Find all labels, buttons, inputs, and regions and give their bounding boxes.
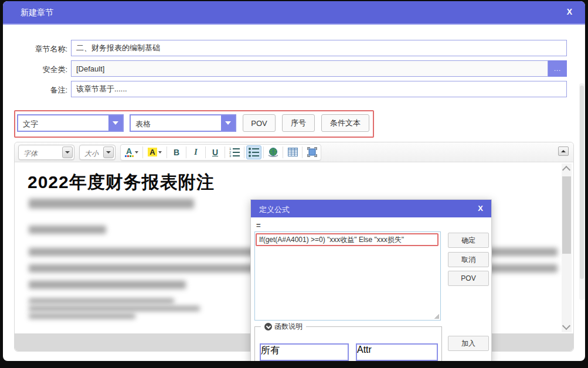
chapter-name-input[interactable] [71, 40, 567, 56]
font-size-dropdown[interactable]: 大小 [79, 145, 115, 160]
editor-toolbar: 字体 大小 A [15, 142, 573, 162]
redacted-paragraph-line [29, 281, 186, 289]
formula-highlight-box: If(get(A#A4001) >=0) "xxx收益" Else "xxx损失… [256, 233, 439, 246]
function-name-value: Attr [357, 345, 372, 360]
function-category-value: 所有 [261, 345, 280, 360]
collapse-circle-icon[interactable] [264, 323, 272, 330]
redacted-small-line [29, 314, 135, 319]
equals-label: = [256, 221, 261, 230]
remark-label: 备注: [9, 85, 67, 96]
text-type-dropdown[interactable]: 文字 [17, 114, 124, 132]
redacted-heading [29, 226, 106, 234]
close-icon[interactable]: X [478, 204, 483, 213]
function-help-legend: 函数说明 [261, 322, 306, 332]
pov-button[interactable]: POV [243, 114, 276, 132]
highlight-icon: A [148, 148, 157, 156]
security-class-browse-button[interactable]: ... [548, 60, 567, 77]
font-size-dropdown-value: 大小 [80, 145, 102, 159]
maximize-button[interactable] [304, 145, 320, 159]
chevron-down-icon[interactable] [108, 115, 123, 131]
scroll-up-icon[interactable] [562, 166, 570, 174]
define-formula-dialog: 定义公式 X = If(get(A#A4001) >=0) "xxx收益" El… [250, 199, 492, 361]
editor-scrollbar-thumb[interactable] [562, 176, 571, 254]
function-name-dropdown[interactable]: Attr [356, 343, 438, 361]
document-title: 2022年度财务报表附注 [28, 171, 215, 195]
chevron-down-icon[interactable] [62, 146, 73, 158]
formula-dialog-titlebar: 定义公式 X [251, 200, 491, 217]
dialog-titlebar: 新建章节 X [3, 1, 585, 25]
formula-dialog-title: 定义公式 [259, 205, 290, 215]
underline-icon: U [212, 148, 218, 157]
font-family-dropdown[interactable]: 字体 [18, 145, 74, 160]
bullet-list-button[interactable] [246, 145, 261, 159]
formula-ok-button[interactable]: 确定 [448, 233, 489, 248]
dialog-scrollbar-thumb[interactable] [580, 86, 584, 279]
editor-scrollbar[interactable] [562, 163, 572, 332]
resize-handle[interactable] [434, 314, 439, 319]
ordered-list-button[interactable]: 1 2 3 [227, 145, 242, 159]
redacted-small-line [29, 298, 174, 304]
table-type-dropdown[interactable]: 表格 [130, 114, 236, 132]
italic-button[interactable]: I [188, 145, 203, 159]
font-family-dropdown-value: 字体 [19, 145, 41, 159]
redacted-company-name [29, 199, 194, 209]
text-type-dropdown-value: 文字 [18, 115, 108, 131]
dialog-title: 新建章节 [21, 8, 53, 18]
format-button-group: A A B I [120, 144, 321, 161]
italic-icon: I [194, 148, 197, 157]
insert-link-button[interactable] [266, 145, 281, 159]
bold-button[interactable]: B [169, 145, 184, 159]
chevron-down-icon[interactable] [221, 115, 235, 131]
globe-icon [268, 147, 278, 158]
bullet-list-icon [249, 148, 259, 157]
function-help-fieldset: 函数说明 所有 Attr [254, 326, 442, 361]
security-class-input[interactable] [71, 60, 548, 77]
table-type-dropdown-value: 表格 [131, 115, 221, 131]
formula-add-button[interactable]: 加入 [448, 336, 489, 351]
formula-cancel-button[interactable]: 取消 [448, 252, 489, 267]
chapter-name-label: 章节名称: [9, 44, 67, 54]
toolbar-collapse-button[interactable] [558, 146, 569, 156]
screenshot-stage: 新建章节 X 章节名称: 安全类: ... 备注: 文字 表格 POV 序号 [0, 0, 588, 368]
underline-button[interactable]: U [208, 145, 223, 159]
font-color-button[interactable]: A [122, 145, 141, 159]
scroll-down-icon[interactable] [562, 322, 570, 330]
serial-number-button[interactable]: 序号 [282, 114, 315, 132]
formula-text: If(get(A#A4001) >=0) "xxx收益" Else "xxx损失… [257, 235, 404, 245]
formula-pov-button[interactable]: POV [448, 271, 489, 286]
formula-textarea[interactable]: If(get(A#A4001) >=0) "xxx收益" Else "xxx损失… [254, 231, 441, 321]
new-chapter-dialog: 新建章节 X 章节名称: 安全类: ... 备注: 文字 表格 POV 序号 [3, 1, 585, 361]
table-icon [288, 148, 298, 156]
function-help-legend-text: 函数说明 [274, 322, 303, 332]
triangle-up-icon [561, 150, 566, 152]
remark-input[interactable] [71, 81, 567, 97]
bold-icon: B [174, 148, 179, 157]
maximize-icon [307, 147, 317, 157]
chevron-down-icon[interactable] [103, 146, 114, 158]
highlight-color-button[interactable]: A [145, 145, 165, 159]
security-class-label: 安全类: [9, 64, 67, 75]
close-icon[interactable]: X [567, 7, 572, 16]
redacted-small-line [29, 306, 200, 311]
dialog-scrollbar[interactable] [579, 83, 584, 300]
function-category-dropdown[interactable]: 所有 [260, 343, 349, 361]
font-color-icon: A [125, 148, 134, 157]
ordered-list-icon: 1 2 3 [229, 148, 240, 157]
insert-table-button[interactable] [285, 145, 300, 159]
conditional-text-button[interactable]: 条件文本 [321, 114, 369, 132]
